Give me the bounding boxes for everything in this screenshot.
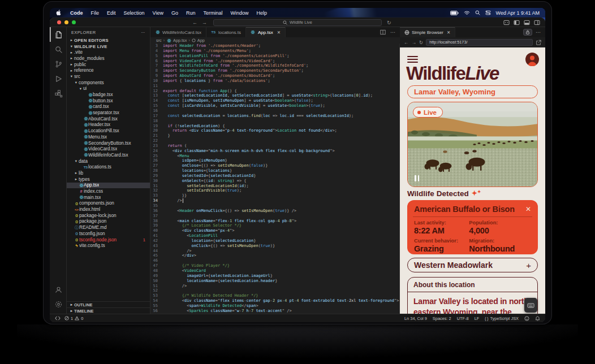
explorer-icon[interactable]	[50, 27, 67, 42]
tree-item-main-tsx[interactable]: main.tsx	[67, 194, 150, 201]
code-line-6[interactable]: 6import VideoCard from './components/Vid…	[150, 59, 399, 64]
tree-item-reference[interactable]: ▸reference	[67, 67, 150, 73]
menu-terminal[interactable]: Terminal	[203, 10, 222, 16]
code-line-37[interactable]: 37	[150, 214, 399, 219]
panel-more-icon[interactable]: ⋯	[536, 29, 541, 35]
breadcrumb-src[interactable]: src	[156, 38, 162, 43]
code-line-50[interactable]: 50 locationName={selectedLocation.header…	[150, 279, 399, 284]
status-ln-34-col-9[interactable]: Ln 34, Col 9	[404, 316, 427, 321]
settings-icon[interactable]	[50, 297, 67, 311]
pause-button[interactable]	[415, 175, 419, 181]
code-line-21[interactable]: 21 }	[150, 133, 399, 138]
code-line-30[interactable]: 30 onSelect={(id: string) => {	[150, 179, 399, 184]
tree-item-index-css[interactable]: #index.css	[67, 188, 150, 194]
control-center-icon[interactable]	[485, 10, 491, 15]
command-center[interactable]: Wildlife Live	[213, 19, 382, 26]
toggle-sidebar-icon[interactable]	[514, 20, 520, 25]
lock-icon[interactable]	[523, 29, 532, 36]
tree-item-locationpill-tsx[interactable]: LocationPill.tsx	[67, 128, 150, 134]
code-line-41[interactable]: 41 <LocationPill	[150, 233, 399, 239]
code-line-18[interactable]: 18	[150, 119, 399, 124]
feedback-smiley-icon[interactable]	[524, 316, 529, 321]
code-line-43[interactable]: 43 onClick={() => setIsMenuOpen(true)}	[150, 244, 399, 249]
menu-help[interactable]: Help	[256, 10, 267, 16]
menu-window[interactable]: Window	[230, 10, 248, 16]
status-utf-8[interactable]: UTF-8	[457, 316, 469, 321]
tree-item-aboutcard-tsx[interactable]: AboutCard.tsx	[67, 116, 150, 122]
code-line-47[interactable]: 47 {/* Video Player */}	[150, 263, 399, 268]
menu-edit[interactable]: Edit	[107, 10, 116, 16]
menu-view[interactable]: View	[153, 10, 163, 16]
tree-item-src[interactable]: ▾src	[67, 73, 150, 80]
code-line-52[interactable]: 52	[150, 288, 399, 293]
back-icon[interactable]: ←	[192, 20, 197, 25]
code-line-48[interactable]: 48 <VideoCard	[150, 268, 399, 274]
code-line-40[interactable]: 40 <div className="px-4">	[150, 228, 399, 233]
tree-item-lib[interactable]: ▸lib	[67, 170, 150, 176]
code-line-42[interactable]: 42 location={selectedLocation}	[150, 239, 399, 244]
tree-item-ui[interactable]: ▾ui	[67, 86, 150, 92]
tree-item-data[interactable]: ▾data	[67, 158, 150, 164]
maximize-window-button[interactable]	[72, 20, 76, 24]
tree-item-app-tsx[interactable]: App.tsx	[67, 183, 150, 189]
code-line-45[interactable]: 45 </div>	[150, 253, 399, 258]
open-editors-section[interactable]: ▸OPEN EDITORS	[67, 37, 150, 44]
close-window-button[interactable]	[57, 20, 61, 24]
code-line-53[interactable]: 53 {/* Wildlife Detected Header */}	[150, 293, 399, 298]
status-lf[interactable]: LF	[475, 316, 480, 321]
search-icon[interactable]	[50, 42, 67, 57]
code-line-51[interactable]: 51 />	[150, 284, 399, 289]
wifi-icon[interactable]	[464, 11, 470, 15]
menu-code[interactable]: Code	[70, 10, 83, 16]
apple-menu[interactable]	[55, 10, 62, 16]
code-line-31[interactable]: 31 setSelectedLocationId(id);	[150, 184, 399, 189]
tree-item-separator-tsx[interactable]: separator.tsx	[67, 110, 150, 116]
url-input[interactable]	[426, 39, 533, 46]
code-line-24[interactable]: 24 <div className="min-h-screen min-h-dv…	[150, 149, 399, 154]
tree-item-types[interactable]: ▸types	[67, 176, 150, 183]
root-folder-section[interactable]: ▾WILDLIFE LIVE	[67, 44, 150, 50]
status-spaces-2[interactable]: Spaces: 2	[433, 316, 451, 321]
code-line-23[interactable]: 23 return (	[150, 144, 399, 149]
tree-item-wildlifeinfocard-tsx[interactable]: WildlifeInfoCard.tsx	[67, 152, 150, 158]
tree-item-header-tsx[interactable]: Header.tsx	[67, 122, 150, 128]
code-line-29[interactable]: 29 selectedId={selectedLocationId}	[150, 174, 399, 179]
code-line-49[interactable]: 49 imageUrl={selectedLocation.imageUrl}	[150, 274, 399, 279]
code-line-12[interactable]: 12export default function App() {	[150, 89, 399, 94]
toggle-secondary-sidebar-icon[interactable]	[534, 20, 540, 25]
tree-item-package-lock-json[interactable]: {}package-lock.json	[67, 213, 150, 219]
run-debug-icon[interactable]	[50, 71, 67, 86]
tree-item-components[interactable]: ▾components	[67, 80, 150, 86]
tree-item-button-tsx[interactable]: button.tsx	[67, 98, 150, 104]
code-line-26[interactable]: 26 isOpen={isMenuOpen}	[150, 158, 399, 163]
browser-reload-icon[interactable]: ↻	[419, 40, 423, 45]
code-line-55[interactable]: 55 <span>Wildlife Detected</span>	[150, 304, 399, 309]
code-line-9[interactable]: 9import AboutCard from './components/Abo…	[150, 73, 399, 79]
remote-icon[interactable]	[55, 316, 61, 320]
code-line-4[interactable]: 4import Menu from './components/Menu';	[150, 49, 399, 54]
sync-icon[interactable]: ↻	[387, 18, 391, 27]
tree-item-badge-tsx[interactable]: badge.tsx	[67, 92, 150, 98]
code-line-10[interactable]: 10import { locations } from './data/loca…	[150, 79, 399, 84]
code-line-19[interactable]: 19 if (!selectedLocation) {	[150, 124, 399, 129]
extensions-icon[interactable]	[50, 86, 67, 101]
browser-back-icon[interactable]: ←	[404, 40, 409, 45]
code-line-14[interactable]: 14 const [isMenuOpen, setIsMenuOpen] = u…	[150, 98, 399, 103]
tab-simple-browser[interactable]: Simple Browser ✕	[400, 27, 455, 37]
menu-bar-clock[interactable]: Wed Apr 1 9:41 AM	[496, 10, 540, 16]
account-icon[interactable]	[50, 282, 67, 297]
notifications-bell-icon[interactable]	[535, 316, 540, 321]
code-line-15[interactable]: 15 const [isCardVisible, setIsCardVisibl…	[150, 103, 399, 109]
tab-locations-ts[interactable]: TSlocations.ts	[206, 27, 246, 37]
code-line-11[interactable]: 11	[150, 84, 399, 89]
tree-item-package-json[interactable]: {}package.json	[67, 219, 150, 225]
location-pill[interactable]: Lamar Valley, Wyoming	[407, 85, 538, 98]
tree-item-public[interactable]: ▸public	[67, 62, 150, 68]
spotlight-icon[interactable]	[475, 10, 480, 15]
code-line-44[interactable]: 44 />	[150, 249, 399, 254]
close-tab-icon[interactable]: ✕	[277, 30, 281, 35]
menu-file[interactable]: File	[91, 10, 100, 16]
code-line-25[interactable]: 25 <Menu	[150, 154, 399, 159]
code-line-39[interactable]: 39 {/* Location Selector */}	[150, 223, 399, 228]
code-line-17[interactable]: 17 const selectedLocation = locations.fi…	[150, 114, 399, 119]
